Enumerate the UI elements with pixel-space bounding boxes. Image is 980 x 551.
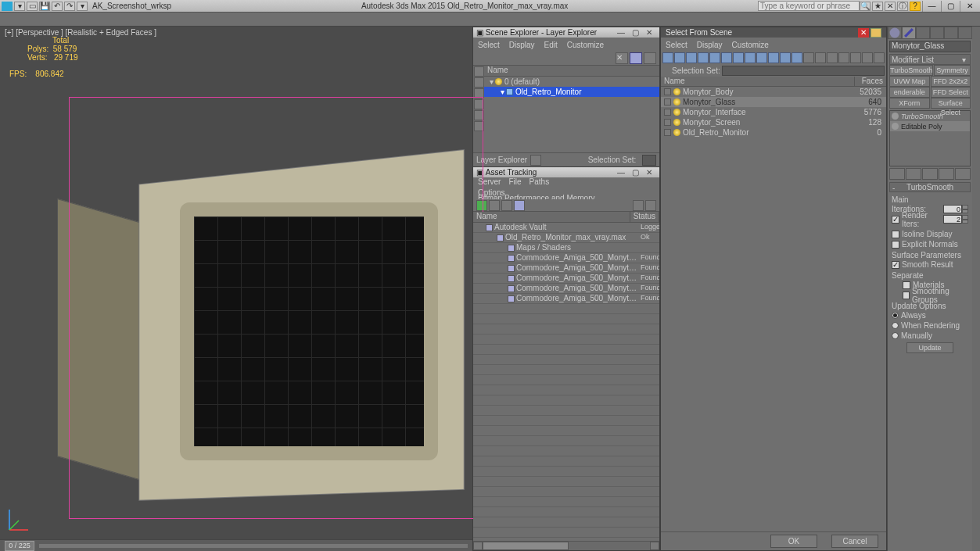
- se-menu-edit[interactable]: Edit: [544, 41, 558, 49]
- open-button[interactable]: ▭: [27, 2, 38, 11]
- modbtn-turbosmooth[interactable]: TurboSmooth: [889, 65, 933, 76]
- sfs-filter-17[interactable]: [850, 52, 861, 63]
- stack-configure[interactable]: [955, 168, 971, 180]
- asset-menu-paths[interactable]: Paths: [529, 177, 550, 186]
- sfs-filter-9[interactable]: [756, 52, 767, 63]
- new-button[interactable]: ▾: [14, 2, 25, 11]
- se-tool-3[interactable]: [644, 52, 656, 64]
- sfs-table-header[interactable]: Name Faces: [661, 77, 886, 87]
- asset-hscrollbar[interactable]: [473, 541, 659, 550]
- radio-manually[interactable]: [892, 332, 899, 339]
- timeline[interactable]: 0 / 225: [0, 539, 472, 551]
- scene-tree[interactable]: Name ▾0 (default)▾Old_Retro_Monitor: [484, 66, 659, 152]
- asset-menu-server[interactable]: Server: [478, 177, 501, 186]
- scene-tree-header[interactable]: Name: [484, 66, 659, 77]
- iterations-spin-btns[interactable]: [962, 205, 968, 213]
- sfs-filter-12[interactable]: [792, 52, 802, 63]
- asset-col-name[interactable]: Name: [473, 212, 630, 222]
- sfs-filter-8[interactable]: [745, 52, 756, 63]
- layer-tool-1[interactable]: [560, 155, 571, 166]
- se-menu-customize[interactable]: Customize: [567, 41, 604, 49]
- asset-tool-6[interactable]: [645, 200, 656, 211]
- scene-explorer-title-bar[interactable]: ▣ Scene Explorer - Layer Explorer — ▢ ✕: [473, 27, 659, 38]
- undo-button[interactable]: ↶: [52, 2, 63, 11]
- se-side-3[interactable]: [474, 88, 484, 98]
- exchange-icon[interactable]: ✕: [885, 2, 896, 11]
- sfs-filter-6[interactable]: [721, 52, 732, 63]
- materials-checkbox[interactable]: [903, 281, 910, 289]
- asset-row[interactable]: Old_Retro_Monitor_max_vray.maxOk: [473, 233, 659, 243]
- asset-minimize[interactable]: —: [614, 168, 628, 177]
- stack-pin[interactable]: [889, 168, 905, 180]
- scene-explorer-close[interactable]: ✕: [642, 28, 656, 37]
- sfs-filter-15[interactable]: [827, 52, 838, 63]
- sfs-menu-select[interactable]: Select: [666, 41, 687, 49]
- stack-show-end[interactable]: [906, 168, 921, 180]
- maximize-button[interactable]: ▢: [941, 1, 960, 12]
- modbtn-surfaceselect[interactable]: Surface Select: [931, 98, 971, 109]
- sfs-filter-10[interactable]: [768, 52, 779, 63]
- asset-menu-file[interactable]: File: [508, 177, 521, 186]
- stack-row[interactable]: Editable Poly: [890, 121, 970, 131]
- asset-tool-4[interactable]: [514, 200, 525, 211]
- se-side-2[interactable]: [474, 77, 484, 88]
- sfs-col-faces[interactable]: Faces: [855, 77, 886, 86]
- sfs-row[interactable]: Monytor_Glass640: [661, 97, 886, 107]
- modbtn-ffdselect[interactable]: FFD Select: [931, 87, 971, 98]
- create-tab[interactable]: [888, 27, 902, 39]
- workspace-button[interactable]: ▾: [77, 2, 88, 11]
- asset-refresh[interactable]: [476, 200, 487, 211]
- sfs-table[interactable]: Name Faces Monytor_Body52035Monytor_Glas…: [661, 77, 886, 531]
- sfs-title-bar[interactable]: Select From Scene ✕: [661, 27, 886, 38]
- scroll-thumb[interactable]: [483, 542, 569, 550]
- sfs-filter-4[interactable]: [698, 52, 709, 63]
- sfs-col-name[interactable]: Name: [661, 77, 855, 86]
- asset-tool-5[interactable]: [633, 200, 644, 211]
- motion-tab[interactable]: [930, 27, 944, 39]
- sfs-close[interactable]: ✕: [858, 28, 869, 38]
- sfs-menu-customize[interactable]: Customize: [732, 41, 769, 49]
- stack-make-unique[interactable]: [922, 168, 938, 180]
- radio-when-rendering[interactable]: [892, 322, 899, 329]
- render-iters-spinner[interactable]: 2: [943, 215, 962, 224]
- smgroups-checkbox[interactable]: [903, 292, 910, 299]
- scene-explorer-minimize[interactable]: —: [614, 28, 628, 37]
- asset-row[interactable]: Maps / Shaders: [473, 243, 659, 253]
- search-input[interactable]: [758, 1, 860, 11]
- isoline-checkbox[interactable]: [892, 231, 899, 238]
- sfs-pin-icon[interactable]: [871, 28, 881, 38]
- layer-tool-2[interactable]: [574, 155, 585, 166]
- sfs-filter-1[interactable]: [662, 52, 673, 63]
- asset-row[interactable]: Autodesk VaultLogged: [473, 223, 659, 233]
- utilities-tab[interactable]: [958, 27, 972, 39]
- sfs-filter-18[interactable]: [862, 52, 873, 63]
- current-frame[interactable]: 0 / 225: [5, 541, 34, 551]
- asset-tool-3[interactable]: [501, 200, 512, 211]
- se-tool-1[interactable]: ✕: [616, 52, 628, 64]
- sfs-ok-button[interactable]: OK: [770, 535, 817, 548]
- modifier-stack[interactable]: TurboSmoothEditable Poly: [889, 110, 971, 166]
- help-search-icon[interactable]: 🔍: [860, 2, 871, 11]
- modify-tab[interactable]: [902, 27, 916, 39]
- render-iters-spin-btns[interactable]: [962, 215, 968, 224]
- hierarchy-tab[interactable]: [916, 27, 930, 39]
- rollout-header[interactable]: -TurboSmooth: [889, 182, 971, 192]
- info-icon[interactable]: ⓘ: [897, 2, 908, 11]
- se-menu-select[interactable]: Select: [478, 41, 500, 49]
- asset-row[interactable]: Commodore_Amiga_500_Monytor_Old_Re...Fou…: [473, 294, 659, 304]
- star-icon[interactable]: ★: [872, 2, 883, 11]
- scene-row[interactable]: ▾Old_Retro_Monitor: [484, 87, 659, 97]
- display-tab[interactable]: [944, 27, 958, 39]
- update-button[interactable]: Update: [906, 342, 953, 353]
- selset-field[interactable]: [642, 155, 656, 166]
- sfs-row[interactable]: Monytor_Body52035: [661, 87, 886, 97]
- asset-maximize[interactable]: ▢: [628, 168, 642, 177]
- sfs-filter-3[interactable]: [686, 52, 697, 63]
- se-menu-display[interactable]: Display: [509, 41, 535, 49]
- scroll-left[interactable]: [473, 542, 483, 550]
- smooth-result-checkbox[interactable]: [892, 261, 899, 269]
- redo-button[interactable]: ↷: [64, 2, 75, 11]
- scene-explorer-maximize[interactable]: ▢: [628, 28, 642, 37]
- explicit-normals-checkbox[interactable]: [892, 241, 899, 249]
- viewport[interactable]: [+] [Perspective ] [Realistic + Edged Fa…: [0, 27, 472, 539]
